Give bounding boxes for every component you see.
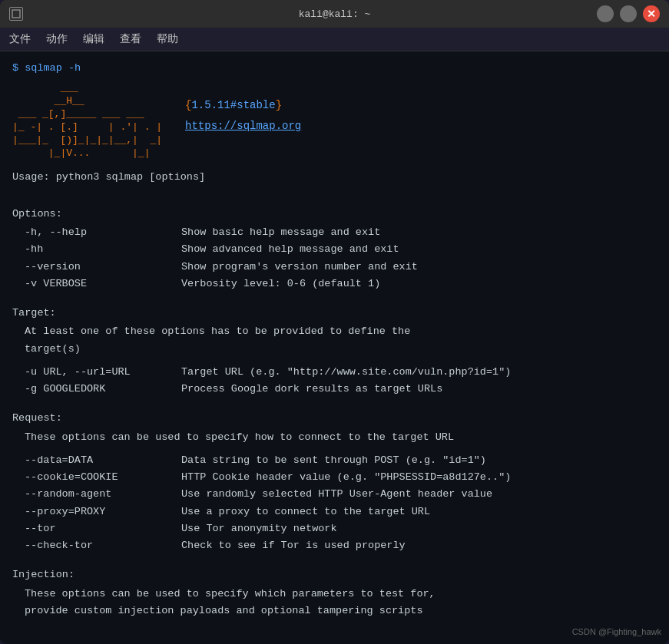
option-version: --version Show program's version number … (12, 259, 657, 275)
option-data: --data=DATA Data string to be sent throu… (12, 453, 657, 468)
ascii-art-container: ___ __H__ ___ _[,]_____ ___ ___ |_ -| . … (12, 82, 657, 160)
ascii-art: ___ __H__ ___ _[,]_____ ___ ___ |_ -| . … (12, 82, 162, 160)
option-check-tor: --check-tor Check to see if Tor is used … (12, 538, 657, 553)
injection-header: Injection: (12, 567, 657, 583)
menu-action[interactable]: 动作 (46, 32, 68, 46)
prompt-line: $ sqlmap -h (12, 61, 657, 76)
window-title: kali@kali: ~ (299, 8, 371, 20)
option-tor: --tor Use Tor anonymity network (12, 521, 657, 537)
title-bar-left (9, 7, 23, 21)
watermark: CSDN @Fighting_hawk (572, 627, 661, 636)
window-controls[interactable]: ✕ (597, 5, 660, 22)
terminal-content[interactable]: $ sqlmap -h ___ __H__ ___ _[,]_____ ___ … (0, 51, 669, 644)
menu-bar: 文件 动作 编辑 查看 帮助 (0, 28, 669, 51)
option-verbose: -v VERBOSE Verbosity level: 0-6 (default… (12, 276, 657, 292)
menu-file[interactable]: 文件 (9, 32, 31, 46)
close-button[interactable]: ✕ (643, 5, 660, 22)
option-hh: -hh Show advanced help message and exit (12, 242, 657, 257)
usage-line: Usage: python3 sqlmap [options] (12, 170, 657, 185)
menu-view[interactable]: 查看 (120, 32, 141, 46)
prompt-text: $ sqlmap -h (12, 62, 81, 74)
menu-help[interactable]: 帮助 (157, 32, 178, 46)
title-bar: kali@kali: ~ ✕ (0, 0, 669, 28)
target-desc2: target(s) (12, 342, 657, 357)
option-help: -h, --help Show basic help message and e… (12, 225, 657, 240)
version-info: {1.5.11#stable} https://sqlmap.org (185, 82, 301, 134)
menu-edit[interactable]: 编辑 (83, 32, 104, 46)
injection-desc1: These options can be used to specify whi… (12, 586, 657, 602)
option-googledork: -g GOOGLEDORK Process Google dork result… (12, 381, 657, 397)
option-random-agent: --random-agent Use randomly selected HTT… (12, 487, 657, 502)
svg-rect-0 (12, 10, 20, 18)
window-icon (9, 7, 23, 21)
maximize-button[interactable] (620, 5, 637, 22)
request-desc: These options can be used to specify how… (12, 430, 657, 445)
request-header: Request: (12, 411, 657, 426)
version-text: {1.5.11#stable} (185, 97, 301, 114)
minimize-button[interactable] (597, 5, 614, 22)
option-url: -u URL, --url=URL Target URL (e.g. "http… (12, 365, 657, 380)
website-link: https://sqlmap.org (185, 118, 301, 134)
option-proxy: --proxy=PROXY Use a proxy to connect to … (12, 504, 657, 520)
option-cookie: --cookie=COOKIE HTTP Cookie header value… (12, 470, 657, 485)
target-desc1: At least one of these options has to be … (12, 324, 657, 339)
terminal-window: kali@kali: ~ ✕ 文件 动作 编辑 查看 帮助 $ sqlmap -… (0, 0, 669, 644)
target-header: Target: (12, 305, 657, 321)
options-header: Options: (12, 206, 657, 222)
injection-desc2: provide custom injection payloads and op… (12, 603, 657, 619)
